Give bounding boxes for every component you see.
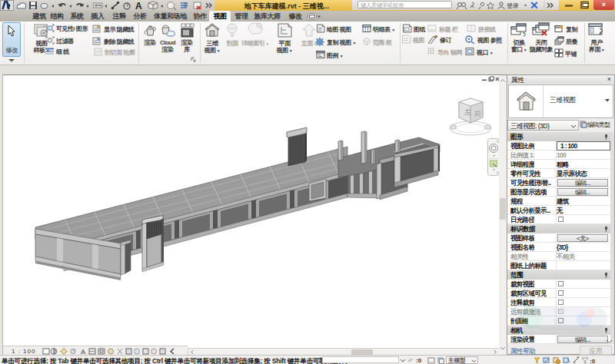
svg-text::0: :0 bbox=[590, 358, 595, 364]
svg-text:前: 前 bbox=[474, 110, 481, 117]
svg-text:登录: 登录 bbox=[507, 2, 519, 9]
svg-text:左: 左 bbox=[464, 108, 471, 116]
svg-text:A: A bbox=[135, 1, 142, 11]
